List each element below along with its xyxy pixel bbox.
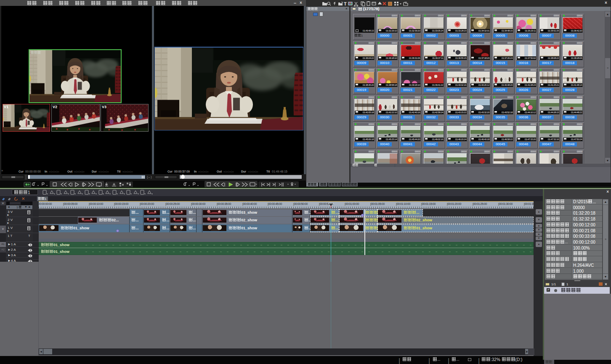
- svg-text:T: T: [344, 1, 347, 6]
